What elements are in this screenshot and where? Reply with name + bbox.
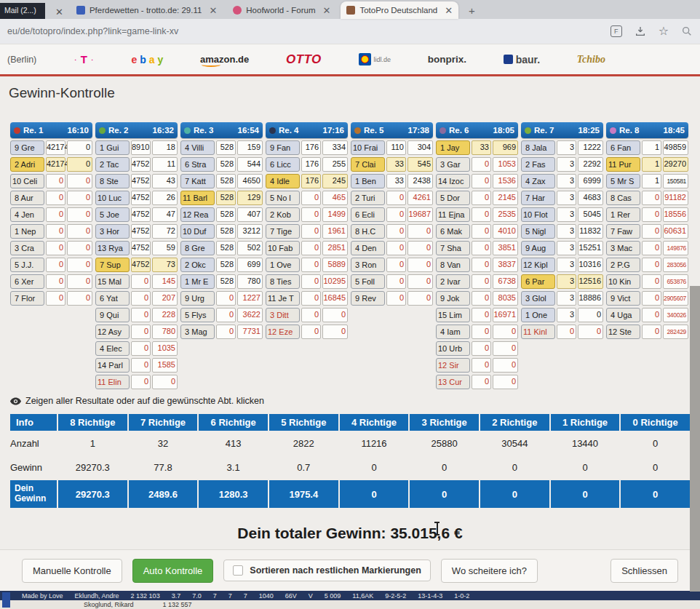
value-field[interactable]: 3 [557,140,576,155]
horse-name[interactable]: 4 Iam [436,325,470,339]
value-field[interactable]: 545 [407,157,433,172]
value-field[interactable]: 1053 [493,157,518,172]
horse-name[interactable]: 11 Je T [266,291,300,306]
value-field[interactable]: 3 [557,258,576,272]
bookmark-baur[interactable]: baur. [504,54,540,65]
value-field[interactable]: 0 [46,174,65,188]
value-field[interactable]: 528 [216,174,236,188]
value-field[interactable]: 0 [301,224,321,239]
race-header-3[interactable]: Re. 316:54 [180,122,263,138]
value-field[interactable]: 0 [642,325,661,339]
value-field[interactable]: 2905607 [663,291,688,306]
value-field[interactable]: 3622 [237,308,263,322]
value-field[interactable]: 42174 [46,157,65,172]
horse-name[interactable]: 12 Rea [180,207,215,222]
horse-name[interactable]: 10 Kin [606,274,640,289]
value-field[interactable]: 780 [152,325,178,339]
horse-name[interactable]: 3 Ditt [266,308,300,322]
horse-name[interactable]: 6 Licc [266,157,300,172]
horse-name[interactable]: 5 Flys [180,308,215,322]
horse-name[interactable]: 2 Fas [521,157,555,172]
value-field[interactable]: 8910 [131,140,151,155]
value-field[interactable]: 1227 [237,291,263,306]
value-field[interactable]: 1585 [152,358,178,373]
value-field[interactable]: 42174 [46,140,65,155]
value-field[interactable]: 10295 [322,274,348,289]
horse-name[interactable]: 11 Kinl [521,325,555,339]
value-field[interactable]: 3212 [237,224,263,239]
horse-name[interactable]: 13 Cur [436,375,470,389]
horse-name[interactable]: 2 Ivar [436,274,470,289]
value-field[interactable]: 11 [152,157,178,172]
horse-name[interactable]: 6 Par [521,274,555,289]
value-field[interactable]: 7731 [237,325,263,339]
value-field[interactable]: 149876 [663,241,688,255]
value-field[interactable]: 0 [386,241,406,255]
value-field[interactable]: 176 [301,174,321,188]
value-field[interactable]: 0 [472,375,491,389]
value-field[interactable]: 2535 [493,207,518,222]
value-field[interactable]: 3 [557,308,576,322]
value-field[interactable]: 129 [237,191,263,205]
value-field[interactable]: 33 [386,174,406,188]
value-field[interactable]: 0 [472,157,491,172]
horse-name[interactable]: 10 Frai [351,140,385,155]
value-field[interactable]: 0 [386,274,406,289]
horse-name[interactable]: 5 Foll [351,274,385,289]
horse-name[interactable]: 10 Luc [95,191,130,205]
value-field[interactable]: 0 [386,258,406,272]
value-field[interactable]: 18 [152,140,178,155]
value-field[interactable]: 0 [578,325,603,339]
value-field[interactable]: 0 [493,341,518,356]
value-field[interactable]: 0 [642,191,661,205]
horse-name[interactable]: 11 Elin [95,375,130,389]
horse-name[interactable]: 2 Adri [10,157,44,172]
value-field[interactable]: 43 [152,174,178,188]
horse-name[interactable]: 5 No l [266,191,300,205]
bookmark-bonprix[interactable]: bonprix. [428,54,466,65]
horse-name[interactable]: 12 Ste [606,325,640,339]
value-field[interactable]: 282429 [663,325,688,339]
horse-name[interactable]: 7 Har [521,191,555,205]
value-field[interactable]: 0 [386,224,406,239]
horse-name[interactable]: 12 Eze [266,325,300,339]
value-field[interactable]: 0 [642,207,661,222]
horse-name[interactable]: 8 Cas [606,191,640,205]
horse-name[interactable]: 3 Gar [436,157,470,172]
value-field[interactable]: 2145 [493,191,518,205]
bookmark-berlin[interactable]: (Berlin) [7,55,36,65]
horse-name[interactable]: 6 Mak [436,224,470,239]
value-field[interactable]: 6999 [578,174,603,188]
value-field[interactable]: 1499 [322,207,348,222]
value-field[interactable]: 0 [472,191,491,205]
horse-name[interactable]: 8 Ties [266,274,300,289]
value-field[interactable]: 780 [237,274,263,289]
value-field[interactable]: 283056 [663,258,688,272]
horse-name[interactable]: 15 Mal [95,274,130,289]
value-field[interactable]: 3837 [493,258,518,272]
horse-name[interactable]: 4 Idle [266,174,300,188]
value-field[interactable]: 19687 [407,207,433,222]
horse-name[interactable]: 5 J.J. [10,258,44,272]
value-field[interactable]: 0 [301,291,321,306]
value-field[interactable]: 653876 [663,274,688,289]
value-field[interactable]: 2292 [578,157,603,172]
value-field[interactable]: 969 [493,140,518,155]
horse-name[interactable]: 11 Barl [180,191,215,205]
value-field[interactable]: 0 [216,325,236,339]
value-field[interactable]: 0 [642,291,661,306]
value-field[interactable]: 304 [407,140,433,155]
value-field[interactable]: 528 [216,207,236,222]
value-field[interactable]: 3 [557,241,576,255]
value-field[interactable]: 3 [557,207,576,222]
value-field[interactable]: 0 [472,241,491,255]
translate-icon[interactable]: F [610,25,622,37]
value-field[interactable]: 4683 [578,191,603,205]
value-field[interactable]: 4752 [131,224,151,239]
value-field[interactable]: 0 [407,274,433,289]
value-field[interactable]: 26 [152,191,178,205]
horse-name[interactable]: 3 Mag [180,325,215,339]
horse-name[interactable]: 2 Kob [266,207,300,222]
value-field[interactable]: 2851 [322,241,348,255]
horse-name[interactable]: 1 Gui [95,140,130,155]
